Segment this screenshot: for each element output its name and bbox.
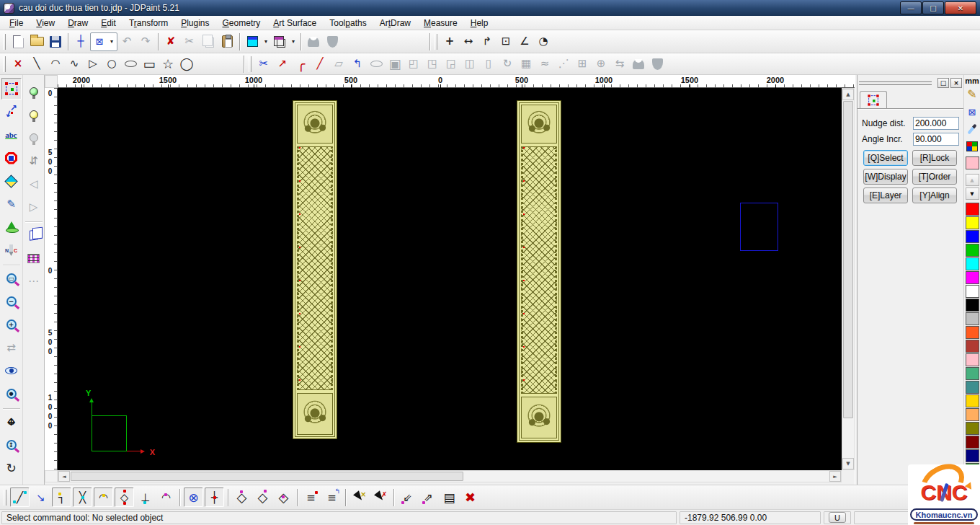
relief-dome-button[interactable] xyxy=(629,55,648,74)
undo-button[interactable]: ↶ xyxy=(117,32,136,51)
pen-color-tool[interactable]: ✎ xyxy=(964,86,980,103)
relief-cone-tool[interactable] xyxy=(1,216,22,238)
color-swatch[interactable] xyxy=(966,257,979,270)
color-swatch[interactable] xyxy=(966,340,979,353)
draw-polyline-button[interactable]: ▷ xyxy=(84,55,102,74)
snap-corner-button[interactable]: ┐ xyxy=(52,488,71,507)
color-swatch[interactable] xyxy=(966,367,979,380)
selection-dropdown-arrow[interactable]: ▾ xyxy=(107,33,116,50)
drawing-canvas[interactable]: Y X xyxy=(58,88,842,470)
draw-rectangle-button[interactable]: ▭ xyxy=(140,55,159,74)
current-color-swatch[interactable] xyxy=(966,156,979,169)
curve-array-button[interactable]: ≈ xyxy=(535,55,554,74)
snap-intersection-button[interactable]: ╳ xyxy=(73,488,92,507)
new-file-button[interactable] xyxy=(9,32,27,51)
previous-view-button[interactable]: ◁ xyxy=(24,173,44,195)
save-file-button[interactable] xyxy=(46,32,65,51)
color-swatch[interactable] xyxy=(966,353,979,366)
selection-mode-combo[interactable]: ⊠ ▾ xyxy=(90,32,117,51)
zoom-dynamic-tool[interactable]: ↕ xyxy=(1,434,22,456)
scroll-down-button[interactable]: ▼ xyxy=(842,458,854,469)
color-swatch[interactable] xyxy=(966,230,979,243)
vertical-scrollbar[interactable]: ▲ ▼ xyxy=(842,88,855,470)
measure-distance-button[interactable]: ↔ xyxy=(459,32,478,51)
snap-tangent-button[interactable]: ◠ xyxy=(156,488,176,507)
couplet-relief-left[interactable] xyxy=(293,100,337,439)
layer-button[interactable]: [E]Layer xyxy=(863,188,908,203)
select-by-color-tool[interactable]: ⊠ xyxy=(964,103,980,120)
draw-star-button[interactable]: ☆ xyxy=(159,55,177,74)
menu-geometry[interactable]: Geometry xyxy=(216,17,267,30)
display-button[interactable]: [W]Display xyxy=(863,169,908,185)
color-swatch[interactable] xyxy=(966,312,979,325)
snap-toolbar-grip[interactable] xyxy=(4,490,6,506)
draw-circle-button[interactable]: ○ xyxy=(102,55,121,74)
couplet-relief-right[interactable] xyxy=(517,100,561,443)
order-button[interactable]: [T]Order xyxy=(912,169,957,185)
view-all-tool[interactable] xyxy=(1,360,22,381)
color-swatch[interactable] xyxy=(966,216,979,229)
measure-point-button[interactable]: + xyxy=(440,32,459,51)
show-all-toggle[interactable] xyxy=(24,81,44,102)
cut-button[interactable]: ✂ xyxy=(180,32,199,51)
origin-crosshair-button[interactable]: ┼ xyxy=(71,32,90,51)
snap-nearest-button[interactable]: ↘ xyxy=(31,488,50,507)
draw-arc-button[interactable]: ◠ xyxy=(46,55,65,74)
offset-button[interactable]: ▱ xyxy=(329,55,348,74)
measure-path-button[interactable]: ↱ xyxy=(478,32,496,51)
color-swatch[interactable] xyxy=(966,244,979,257)
snap-quadrant-button[interactable]: ◇ xyxy=(115,488,134,507)
snap-perpendicular-button[interactable]: ⊥ xyxy=(135,488,155,507)
snap-stack-pick-button[interactable]: ≡↰ xyxy=(322,488,342,507)
array-button[interactable]: ▦ xyxy=(517,55,535,74)
color-swatch[interactable] xyxy=(966,299,979,312)
wireframe-view-button[interactable] xyxy=(270,32,289,51)
drill-tool[interactable]: NC xyxy=(1,239,22,261)
color-swatch[interactable] xyxy=(966,394,979,407)
align-button[interactable]: [Y]Align xyxy=(912,188,957,203)
highlight-toggle[interactable] xyxy=(24,104,44,125)
menu-toolpaths[interactable]: Toolpaths xyxy=(323,17,373,30)
object-tree-button[interactable]: ⋯ xyxy=(24,270,44,292)
snap-skew-button[interactable]: ⇙ xyxy=(398,488,417,507)
path-array-button[interactable]: ⋰ xyxy=(554,55,573,74)
layers-button[interactable] xyxy=(24,224,44,246)
rotate-button[interactable]: ↻ xyxy=(498,55,517,74)
ring-button[interactable] xyxy=(367,55,386,74)
menu-art-surface[interactable]: Art Surface xyxy=(267,17,323,30)
horizontal-scrollbar[interactable]: ◄ ► xyxy=(58,470,842,482)
refresh-tool[interactable]: ↻ xyxy=(1,457,22,479)
angle-increment-input[interactable] xyxy=(913,133,959,146)
panel-close-button[interactable]: × xyxy=(950,78,962,88)
trim-button[interactable]: ✂ xyxy=(254,55,273,74)
snap-face-center-button[interactable]: ◇ xyxy=(232,488,251,507)
delete-button[interactable]: ✘ xyxy=(161,32,180,51)
pick-visibility-toggle[interactable] xyxy=(24,127,44,149)
chamfer-button[interactable]: ╱ xyxy=(311,55,329,74)
shaded-view-button[interactable] xyxy=(243,32,262,51)
horizontal-scroll-thumb[interactable] xyxy=(71,472,463,481)
snap-axis-button[interactable]: ┼ xyxy=(205,488,224,507)
cursor-clear-button[interactable]: ✗ xyxy=(370,488,390,507)
menu-file[interactable]: File xyxy=(3,17,30,30)
align-button[interactable]: ⊞ xyxy=(573,55,592,74)
color-swatch[interactable] xyxy=(966,449,979,462)
zoom-object-tool[interactable]: ● xyxy=(1,383,22,405)
snap-delete-button[interactable]: ✖ xyxy=(460,488,480,507)
menu-help[interactable]: Help xyxy=(464,17,495,30)
menu-artdraw[interactable]: ArtDraw xyxy=(373,17,417,30)
offset-contour-button[interactable]: ↰ xyxy=(348,55,367,74)
snap-point-line-button[interactable]: ⇗ xyxy=(419,488,438,507)
vertical-scroll-thumb[interactable] xyxy=(843,101,853,418)
text-tool[interactable]: abc xyxy=(1,124,22,146)
node-edit-tool[interactable]: ↗↙ xyxy=(1,101,22,123)
panel-drag-grip[interactable] xyxy=(859,81,932,85)
color-swatch[interactable] xyxy=(966,408,979,421)
measure-angle-button[interactable]: ∠ xyxy=(515,32,534,51)
copy-rotate-button[interactable]: ◳ xyxy=(423,55,442,74)
panel-restore-button[interactable]: □ xyxy=(937,78,949,88)
snap-face-mid-button[interactable]: ◇ xyxy=(274,488,293,507)
color-swatch[interactable] xyxy=(966,285,979,298)
wireframe-view-dropdown[interactable]: ▾ xyxy=(289,33,298,50)
color-picker-tool[interactable] xyxy=(964,120,980,138)
